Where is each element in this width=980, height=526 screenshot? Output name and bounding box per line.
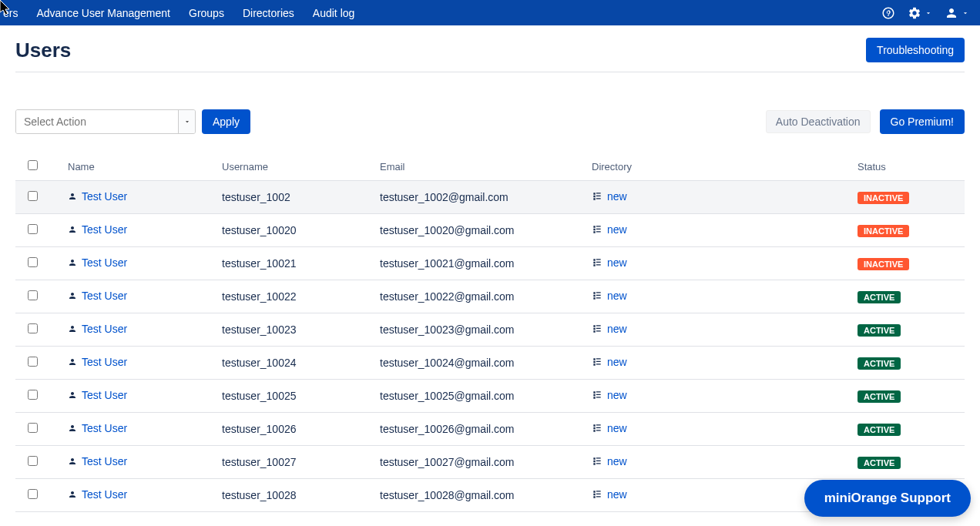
user-menu-dropdown[interactable] [945,6,969,20]
chevron-down-icon [962,9,969,17]
row-checkbox[interactable] [28,489,38,499]
row-checkbox[interactable] [28,323,38,333]
username-cell: testuser_10026 [216,413,374,446]
nav-item-advance-user-management[interactable]: Advance User Management [27,0,180,25]
row-checkbox[interactable] [28,290,38,300]
username-cell: testuser_10024 [216,347,374,380]
user-name-link[interactable]: Test User [68,356,127,368]
table-row: Test Usertestuser_10025testuser_10025@gm… [15,380,965,413]
user-icon [68,489,77,500]
directory-text: new [607,190,627,203]
status-badge: ACTIVE [858,424,901,436]
directory-icon [592,357,602,367]
username-cell: testuser_10020 [216,214,374,247]
user-name-text: Test User [82,290,127,302]
support-button[interactable]: miniOrange Support [804,480,971,512]
directory-text: new [607,356,627,368]
username-cell: testuser_10021 [216,247,374,280]
user-name-link[interactable]: Test User [68,190,127,203]
username-cell: testuser_1002 [216,181,374,214]
help-icon[interactable] [881,6,895,20]
directory-text: new [607,223,627,236]
directory-link[interactable]: new [592,389,627,401]
table-row: Test Usertestuser_10026testuser_10026@gm… [15,413,965,446]
user-name-text: Test User [82,256,127,269]
action-select[interactable] [15,109,196,134]
username-cell: testuser_10028 [216,479,374,512]
directory-icon [592,423,602,434]
user-name-link[interactable]: Test User [68,389,127,401]
user-name-link[interactable]: Test User [68,290,127,302]
user-name-text: Test User [82,223,127,236]
user-name-link[interactable]: Test User [68,422,127,434]
nav-item-users[interactable]: ers [0,0,27,25]
email-cell: testuser_10025@gmail.com [374,380,586,413]
directory-link[interactable]: new [592,488,627,501]
directory-link[interactable]: new [592,422,627,434]
nav-right [881,6,969,20]
user-name-link[interactable]: Test User [68,223,127,236]
email-cell: testuser_10027@gmail.com [374,446,586,479]
directory-link[interactable]: new [592,290,627,302]
auto-deactivation-button[interactable]: Auto Deactivation [766,110,871,133]
directory-link[interactable]: new [592,356,627,368]
user-icon [68,357,77,367]
email-cell: testuser_1002@gmail.com [374,181,586,214]
directory-link[interactable]: new [592,190,627,203]
table-row: Test Usertestuser_1002testuser_1002@gmai… [15,181,965,214]
row-checkbox[interactable] [28,390,38,400]
top-navigation: ers Advance User Management Groups Direc… [0,0,980,25]
directory-link[interactable]: new [592,256,627,269]
table-row: Test Usertestuser_10027testuser_10027@gm… [15,446,965,479]
action-select-dropdown[interactable] [178,110,195,133]
directory-link[interactable]: new [592,455,627,467]
row-checkbox[interactable] [28,456,38,466]
table-row: Test Usertestuser_10021testuser_10021@gm… [15,247,965,280]
users-table: Name Username Email Directory Status Tes… [15,152,965,512]
nav-item-groups[interactable]: Groups [180,0,233,25]
directory-link[interactable]: new [592,323,627,335]
user-name-link[interactable]: Test User [68,455,127,467]
directory-icon [592,456,602,467]
row-checkbox[interactable] [28,257,38,267]
troubleshooting-button[interactable]: Troubleshooting [866,38,965,62]
settings-dropdown[interactable] [908,6,932,20]
user-name-link[interactable]: Test User [68,256,127,269]
directory-link[interactable]: new [592,223,627,236]
directory-text: new [607,256,627,269]
directory-text: new [607,290,627,302]
user-icon [68,257,77,268]
header-name: Name [62,152,216,181]
directory-icon [592,390,602,400]
email-cell: testuser_10021@gmail.com [374,247,586,280]
action-select-input[interactable] [16,110,178,133]
user-name-link[interactable]: Test User [68,488,127,501]
header-status: Status [851,152,965,181]
username-cell: testuser_10023 [216,313,374,347]
row-checkbox[interactable] [28,191,38,201]
apply-button[interactable]: Apply [202,109,250,134]
user-name-link[interactable]: Test User [68,323,127,335]
nav-item-audit-log[interactable]: Audit log [304,0,364,25]
select-all-checkbox[interactable] [28,160,38,170]
page-header: Users Troubleshooting [15,38,965,72]
chevron-down-icon [925,9,932,17]
email-cell: testuser_10024@gmail.com [374,347,586,380]
row-checkbox[interactable] [28,423,38,433]
email-cell: testuser_10020@gmail.com [374,214,586,247]
row-checkbox[interactable] [28,357,38,367]
status-badge: INACTIVE [858,192,909,204]
status-badge: INACTIVE [858,225,909,237]
directory-icon [592,224,602,235]
user-icon [68,290,77,301]
email-cell: testuser_10026@gmail.com [374,413,586,446]
email-cell: testuser_10028@gmail.com [374,479,586,512]
go-premium-button[interactable]: Go Premium! [880,109,965,134]
email-cell: testuser_10023@gmail.com [374,313,586,347]
nav-item-directories[interactable]: Directories [233,0,304,25]
directory-text: new [607,455,627,467]
page-title: Users [15,39,71,62]
directory-icon [592,257,602,268]
toolbar: Apply Auto Deactivation Go Premium! [15,109,965,134]
row-checkbox[interactable] [28,224,38,234]
